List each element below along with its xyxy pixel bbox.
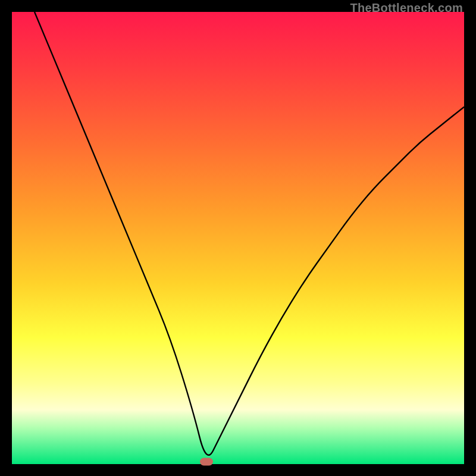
minimum-marker	[200, 458, 213, 466]
curve-path	[35, 12, 464, 455]
chart-frame: TheBottleneck.com	[0, 0, 476, 476]
bottleneck-curve	[12, 12, 464, 464]
